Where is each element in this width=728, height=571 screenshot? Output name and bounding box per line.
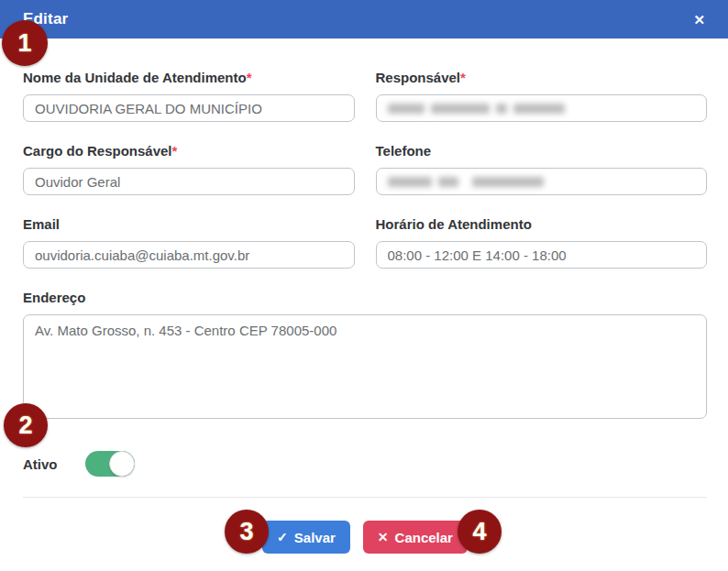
ativo-row: Ativo xyxy=(23,451,707,477)
field-horario-atendimento: Horário de Atendimento xyxy=(376,215,708,269)
cancel-button-label: Cancelar xyxy=(395,530,453,545)
modal-header: Editar ✕ xyxy=(0,0,728,38)
redacted-text-block xyxy=(438,177,458,187)
annotation-badge-3: 3 xyxy=(225,510,269,554)
horario-atendimento-label: Horário de Atendimento xyxy=(376,215,708,233)
toggle-knob xyxy=(109,451,135,477)
redacted-text-block xyxy=(388,177,432,187)
cancel-button[interactable]: ✕ Cancelar xyxy=(363,521,468,554)
close-icon[interactable]: ✕ xyxy=(693,13,705,27)
required-marker: * xyxy=(247,70,252,85)
redacted-text-block xyxy=(496,104,507,114)
email-label: Email xyxy=(23,215,355,233)
nome-unidade-label: Nome da Unidade de Atendimento* xyxy=(23,69,355,86)
ativo-toggle[interactable] xyxy=(85,451,135,477)
modal-footer: ✓ Salvar ✕ Cancelar xyxy=(23,498,707,554)
telefone-label: Telefone xyxy=(376,142,708,159)
annotation-badge-4: 4 xyxy=(458,510,502,554)
redacted-text-block xyxy=(513,104,565,114)
field-telefone: Telefone xyxy=(376,142,708,195)
endereco-label: Endereço xyxy=(23,289,707,306)
email-input[interactable] xyxy=(23,241,355,269)
cargo-responsavel-label: Cargo do Responsável* xyxy=(23,142,355,159)
cargo-responsavel-input[interactable] xyxy=(23,168,355,195)
field-nome-unidade: Nome da Unidade de Atendimento* xyxy=(23,69,355,122)
endereco-textarea[interactable]: Av. Mato Grosso, n. 453 - Centro CEP 780… xyxy=(23,314,707,419)
nome-unidade-input[interactable] xyxy=(23,94,355,122)
required-marker: * xyxy=(460,70,466,85)
field-cargo-responsavel: Cargo do Responsável* xyxy=(23,142,355,195)
redacted-text-block xyxy=(388,104,425,114)
x-icon: ✕ xyxy=(378,530,389,544)
redacted-text-block xyxy=(472,177,544,187)
required-marker: * xyxy=(172,143,178,159)
modal-body: Nome da Unidade de Atendimento* Responsá… xyxy=(0,38,728,554)
redacted-text-block xyxy=(431,104,490,114)
responsavel-input-redacted[interactable] xyxy=(376,94,708,122)
field-endereco: Endereço Av. Mato Grosso, n. 453 - Centr… xyxy=(23,289,707,423)
check-icon: ✓ xyxy=(277,530,288,544)
annotation-badge-1: 1 xyxy=(2,20,48,66)
horario-atendimento-input[interactable] xyxy=(376,241,708,269)
responsavel-label: Responsável* xyxy=(376,69,708,86)
edit-modal: Editar ✕ Nome da Unidade de Atendimento*… xyxy=(0,0,728,571)
save-button-label: Salvar xyxy=(294,530,336,545)
annotation-badge-2: 2 xyxy=(4,403,48,447)
field-email: Email xyxy=(23,215,355,269)
save-button[interactable]: ✓ Salvar xyxy=(262,521,350,554)
ativo-label: Ativo xyxy=(23,456,85,472)
telefone-input-redacted[interactable] xyxy=(376,168,708,195)
field-responsavel: Responsável* xyxy=(376,69,708,122)
